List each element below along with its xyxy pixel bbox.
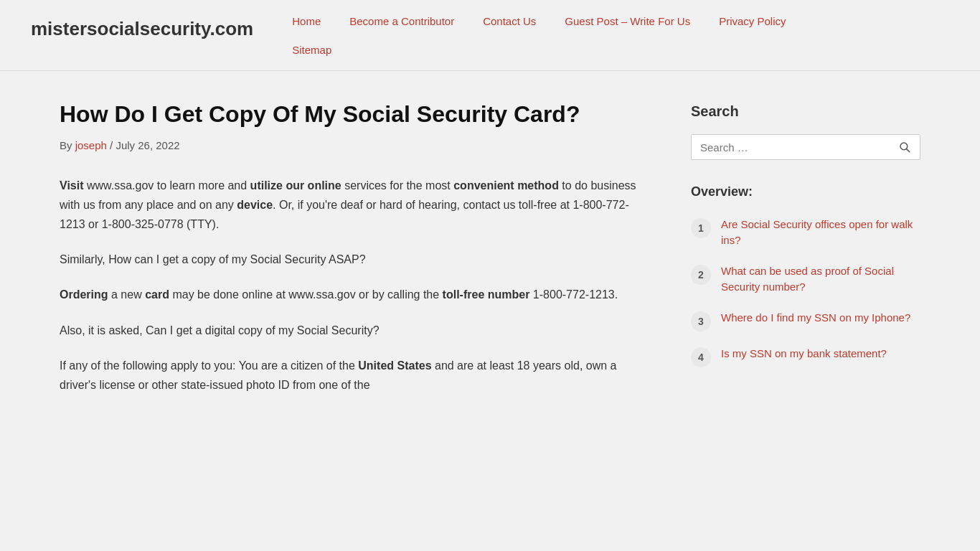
sidebar-search-section: Search (691, 100, 920, 160)
sidebar: Search Overview: 1 Are Social Security o… (691, 100, 920, 410)
article-paragraph-3: Ordering a new card may be done online a… (60, 285, 648, 304)
article-paragraph-1: Visit www.ssa.gov to learn more and util… (60, 176, 648, 235)
p3-bold-ordering: Ordering (60, 288, 108, 301)
p1-bold-device: device (237, 199, 273, 211)
article-paragraph-5: If any of the following apply to you: Yo… (60, 356, 648, 395)
overview-link-4[interactable]: Is my SSN on my bank statement? (721, 346, 887, 362)
search-icon (898, 141, 911, 154)
nav-guest-post[interactable]: Guest Post – Write For Us (555, 7, 700, 36)
nav-bottom-row: Sitemap (282, 36, 949, 70)
overview-link-1[interactable]: Are Social Security offices open for wal… (721, 217, 920, 249)
sidebar-search-title: Search (691, 100, 920, 123)
main-nav: Home Become a Contributor Contact Us Gue… (282, 0, 949, 70)
nav-top-row: Home Become a Contributor Contact Us Gue… (282, 7, 949, 36)
overview-item-4: 4 Is my SSN on my bank statement? (691, 346, 920, 367)
overview-item-1: 1 Are Social Security offices open for w… (691, 217, 920, 249)
overview-number-4: 4 (691, 347, 711, 367)
article-paragraph-4: Also, it is asked, Can I get a digital c… (60, 321, 648, 340)
overview-title: Overview: (691, 182, 920, 202)
p1-bold-utilize: utilize our online (250, 179, 341, 192)
p3-bold-card: card (145, 288, 169, 301)
svg-line-1 (907, 149, 910, 152)
p3-bold-tollfree: toll-free number (443, 288, 530, 301)
main-content: How Do I Get Copy Of My Social Security … (60, 100, 648, 410)
article-paragraph-2: Similarly, How can I get a copy of my So… (60, 250, 648, 269)
search-button[interactable] (898, 141, 911, 154)
overview-list: 1 Are Social Security offices open for w… (691, 217, 920, 367)
sidebar-overview-section: Overview: 1 Are Social Security offices … (691, 182, 920, 367)
nav-contributor[interactable]: Become a Contributor (339, 7, 464, 36)
search-box (691, 134, 920, 160)
overview-item-3: 3 Where do I find my SSN on my Iphone? (691, 310, 920, 331)
nav-home[interactable]: Home (282, 7, 331, 36)
overview-number-2: 2 (691, 265, 711, 285)
article-meta: By joseph / July 26, 2022 (60, 137, 648, 154)
article-title: How Do I Get Copy Of My Social Security … (60, 100, 648, 130)
p1-bold-visit: Visit (60, 179, 84, 192)
overview-link-2[interactable]: What can be used as proof of Social Secu… (721, 263, 920, 296)
overview-number-1: 1 (691, 218, 711, 238)
site-logo[interactable]: mistersocialsecurity.com (31, 0, 253, 59)
meta-by: By (60, 139, 72, 151)
nav-privacy[interactable]: Privacy Policy (709, 7, 796, 36)
meta-date: July 26, 2022 (116, 139, 179, 151)
site-content: How Do I Get Copy Of My Social Security … (31, 71, 949, 439)
nav-sitemap[interactable]: Sitemap (282, 36, 341, 65)
search-input[interactable] (700, 141, 898, 154)
p5-bold-us: United States (358, 359, 431, 372)
overview-item-2: 2 What can be used as proof of Social Se… (691, 263, 920, 296)
p1-bold-convenient: convenient method (453, 179, 559, 192)
overview-number-3: 3 (691, 311, 711, 331)
article-body: Visit www.ssa.gov to learn more and util… (60, 176, 648, 395)
overview-link-3[interactable]: Where do I find my SSN on my Iphone? (721, 310, 910, 326)
nav-contact[interactable]: Contact Us (473, 7, 546, 36)
site-header: mistersocialsecurity.com Home Become a C… (0, 0, 980, 71)
meta-author[interactable]: joseph (75, 139, 107, 151)
